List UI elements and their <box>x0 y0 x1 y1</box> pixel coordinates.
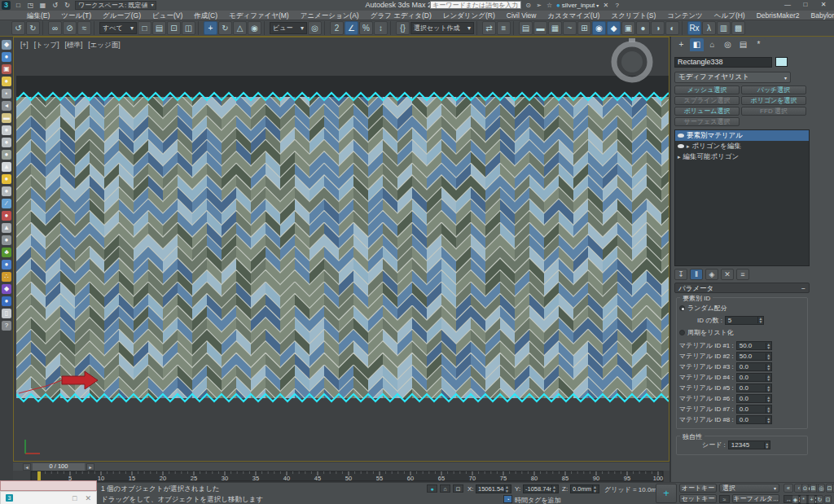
id-count-spinner[interactable]: 5▲▼ <box>725 316 764 325</box>
reference-coordinate-combo[interactable]: ビュー▾ <box>270 22 307 34</box>
mountain-icon[interactable]: ▲ <box>2 162 11 172</box>
render-iterative-icon[interactable]: ◑ <box>651 21 665 35</box>
material-id-spinner-4[interactable]: 0.0▲▼ <box>736 373 772 382</box>
make-unique-icon[interactable]: ◈ <box>705 269 718 280</box>
planet-icon[interactable]: ● <box>2 260 11 270</box>
viewport-top[interactable]: [+] [トップ] [標準] [エッジ面] <box>13 37 669 462</box>
select-move-icon[interactable]: + <box>204 21 217 35</box>
menu-レンダリング(R)[interactable]: レンダリング(R) <box>437 11 501 20</box>
pins-icon[interactable]: ● <box>2 211 11 221</box>
object-color-swatch[interactable] <box>775 57 788 67</box>
pan-hand-icon[interactable]: + <box>808 495 815 504</box>
window-crossing-icon[interactable]: ◫ <box>182 21 195 35</box>
fish-icon[interactable]: ◂ <box>2 101 11 111</box>
tab-create[interactable]: + <box>674 38 688 51</box>
schematic-view-icon[interactable]: ⊞ <box>577 21 591 35</box>
tab-modify[interactable]: ◧ <box>690 38 704 51</box>
modifier-list-combo[interactable]: モディファイヤリスト ▾ <box>674 72 791 83</box>
select-link-icon[interactable]: ∞ <box>48 21 62 35</box>
layer-manager-icon[interactable]: ▤ <box>519 21 533 35</box>
minimize-button[interactable]: — <box>779 0 797 10</box>
search-go-icon[interactable]: ⊙ <box>524 2 533 9</box>
sphere-frame-icon[interactable]: ● <box>2 296 11 306</box>
pin-stack-icon[interactable]: ↧ <box>674 269 687 280</box>
key-filters-button[interactable]: キーフィルタ... <box>732 494 779 503</box>
rect-selection-region-icon[interactable]: ⊡ <box>167 21 181 35</box>
save-file-icon[interactable]: ▦ <box>37 1 48 10</box>
time-slider[interactable]: ◂ 0 / 100 ▸ <box>13 462 669 471</box>
rendered-frame-icon[interactable]: ▣ <box>621 21 635 35</box>
track-bar[interactable]: ≈ 51015202530354045505560657075808590951… <box>13 471 669 482</box>
lightbulb-icon[interactable]: ● <box>2 77 11 86</box>
set-key-button[interactable]: セットキー <box>679 494 717 503</box>
search-input[interactable] <box>430 1 521 9</box>
select-by-name-icon[interactable]: ▤ <box>152 21 166 35</box>
exchange-icon[interactable]: ✕ <box>601 2 610 9</box>
isolate-selection-icon[interactable]: ● <box>427 484 437 493</box>
render-setup-icon[interactable]: ◆ <box>607 21 621 35</box>
redo-quick-icon[interactable]: ↻ <box>62 1 72 10</box>
percent-snap-icon[interactable]: % <box>359 21 373 35</box>
menu-アニメーション(A)[interactable]: アニメーション(A) <box>295 11 365 20</box>
settings-icon[interactable]: * <box>800 495 807 504</box>
y-coordinate-field[interactable]: -1058.74mm▲▼ <box>523 484 559 493</box>
purple-tool-icon[interactable]: ◆ <box>2 284 11 294</box>
material-id-spinner-6[interactable]: 0.0▲▼ <box>736 394 772 403</box>
workspace-combo[interactable]: ワークスペース: 既定値▾ <box>75 1 156 10</box>
zoom-icon[interactable]: ⊙ <box>801 484 809 493</box>
mini-listener-window[interactable]: 3 □ ✕ <box>0 480 97 504</box>
orbit-icon[interactable]: ↻ <box>816 495 823 504</box>
mini-maximize-button[interactable]: □ <box>72 494 77 502</box>
spinner-snap-icon[interactable]: ↕ <box>374 21 388 35</box>
material-id-spinner-7[interactable]: 0.0▲▼ <box>736 405 772 414</box>
rock-icon[interactable]: ● <box>2 150 11 160</box>
x-coordinate-field[interactable]: 15061.54mm▲▼ <box>476 484 511 493</box>
select-place-icon[interactable]: ◉ <box>248 21 261 35</box>
next-frame-button[interactable]: ▸ <box>86 463 94 471</box>
menu-Civil View[interactable]: Civil View <box>501 11 542 20</box>
red-arrow-object[interactable] <box>62 371 98 389</box>
material-id-spinner-8[interactable]: 0.0▲▼ <box>736 415 772 424</box>
spinner-arrows-icon[interactable]: ▲▼ <box>766 396 771 402</box>
menu-編集(E)[interactable]: 編集(E) <box>21 11 55 20</box>
selection-set-combo[interactable]: 選択▾ <box>719 484 779 493</box>
menu-グラフ エディタ(D)[interactable]: グラフ エディタ(D) <box>365 11 437 20</box>
share-icon[interactable]: ➢ <box>534 2 543 9</box>
render-a360-icon[interactable]: Rx <box>687 21 701 35</box>
activeshade-icon[interactable]: ◐ <box>665 21 679 35</box>
selbutton-パッチ選択[interactable]: パッチ選択 <box>741 85 806 94</box>
hammer-utility-icon[interactable]: λ <box>702 21 716 35</box>
eye-icon[interactable] <box>678 144 684 148</box>
favorites-star-icon[interactable]: ☆ <box>545 2 554 9</box>
teapot-icon[interactable]: ◆ <box>2 40 11 50</box>
stack-item[interactable]: 要素別マテリアル <box>675 130 809 141</box>
use-pivot-center-icon[interactable]: ◎ <box>308 21 322 35</box>
align-icon[interactable]: ≡ <box>497 21 511 35</box>
zoom-all-icon[interactable]: ⊞ <box>810 484 817 493</box>
menu-モディファイヤ(M)[interactable]: モディファイヤ(M) <box>223 11 295 20</box>
leaf-icon[interactable]: ♣ <box>2 248 11 257</box>
menu-スクリプト(S)[interactable]: スクリプト(S) <box>605 11 661 20</box>
edit-named-selections-icon[interactable]: {} <box>396 21 410 35</box>
viewport-menu-pov[interactable]: [トップ] <box>34 41 59 50</box>
add-time-tag-button[interactable]: 時間タグを追加 <box>515 496 561 504</box>
material-id-spinner-2[interactable]: 50.0▲▼ <box>736 352 772 361</box>
rain-icon[interactable]: ⁄ <box>2 199 11 208</box>
viewport-menu-shading[interactable]: [標準] <box>65 41 83 50</box>
spinner-arrows-icon[interactable]: ▲▼ <box>766 343 771 349</box>
curve-editor-icon[interactable]: ~ <box>563 21 577 35</box>
box-icon[interactable]: ▬ <box>2 113 11 123</box>
expand-arrow-icon[interactable]: ▸ <box>687 143 690 150</box>
help-circle-icon[interactable]: ? <box>2 321 11 331</box>
key-default-icon[interactable]: ◈ <box>792 495 799 504</box>
select-object-icon[interactable]: □ <box>138 21 151 35</box>
material-id-spinner-5[interactable]: 0.0▲▼ <box>736 383 772 392</box>
tab-hierarchy[interactable]: ⌂ <box>705 38 719 51</box>
help-icon[interactable]: ? <box>612 2 621 9</box>
stack-item[interactable]: ▸ポリゴンを編集 <box>675 141 809 151</box>
close-button[interactable]: ✕ <box>814 0 832 10</box>
zoom-extents-icon[interactable]: ◎ <box>818 484 825 493</box>
render-production-icon[interactable]: ● <box>636 21 650 35</box>
state-sets-icon[interactable]: ▩ <box>731 21 745 35</box>
sphere-swoosh-icon[interactable]: ● <box>2 52 11 62</box>
